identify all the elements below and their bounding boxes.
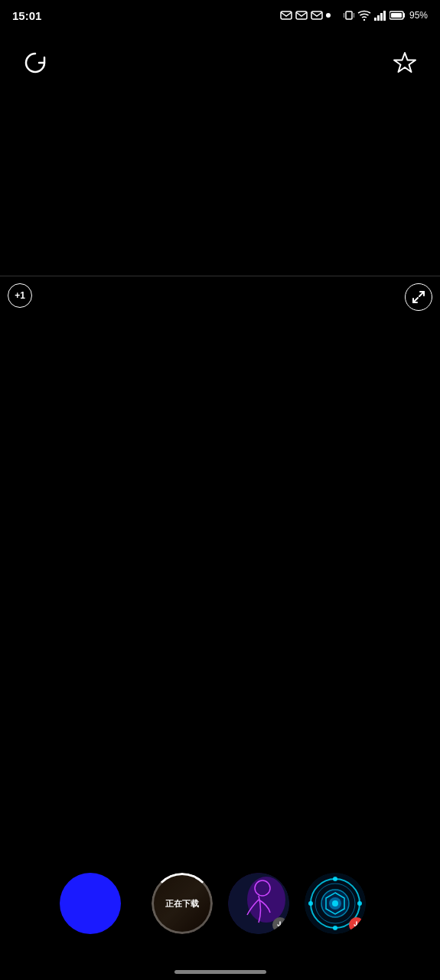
blue-color-button[interactable] [60,873,121,934]
download-arrow-icon-2 [353,921,360,929]
svg-rect-0 [281,11,292,19]
favorite-button[interactable] [388,46,422,80]
svg-point-28 [357,901,362,906]
status-bar: 15:01 [0,0,440,31]
status-icons: 95% [280,8,428,22]
svg-rect-4 [346,11,352,19]
refresh-button[interactable] [18,46,52,80]
progress-ring [152,873,213,934]
svg-point-18 [247,877,285,923]
home-indicator [174,970,266,974]
svg-point-30 [332,900,338,906]
svg-point-3 [326,13,331,18]
svg-rect-13 [391,13,402,18]
mail-icon-1 [280,11,292,20]
neon-robot-wallpaper-item[interactable] [305,873,366,934]
mail-icon-3 [311,11,323,20]
refresh-icon [24,51,47,74]
main-content [0,276,440,858]
vibrate-icon [344,9,354,21]
svg-rect-9 [377,15,380,21]
wifi-icon [357,10,371,21]
plus-one-badge[interactable]: +1 [8,283,32,308]
svg-rect-2 [311,11,322,19]
battery-icon [389,11,406,20]
expand-button[interactable] [405,283,432,311]
notification-dot [326,13,331,18]
svg-point-25 [333,877,337,881]
mail-icon-2 [295,11,308,20]
svg-rect-8 [374,18,376,21]
download-arrow-icon [276,921,284,929]
svg-marker-14 [394,53,416,72]
star-icon [393,51,417,75]
signal-icon [374,10,386,21]
svg-rect-10 [380,13,383,21]
download-badge-red [349,917,364,933]
svg-point-26 [333,926,337,930]
downloading-wallpaper-item[interactable]: 正在下载 [152,873,213,934]
bottom-toolbar: 正在下载 [0,858,440,949]
svg-rect-11 [383,11,386,21]
top-section [0,31,440,276]
neon-woman-wallpaper-item[interactable] [228,873,289,934]
status-time: 15:01 [12,9,41,22]
download-badge-gray [272,917,288,933]
battery-percentage: 95% [409,10,428,21]
svg-point-27 [308,901,313,906]
svg-point-7 [363,19,365,21]
svg-rect-1 [296,11,307,19]
expand-icon [412,290,425,304]
